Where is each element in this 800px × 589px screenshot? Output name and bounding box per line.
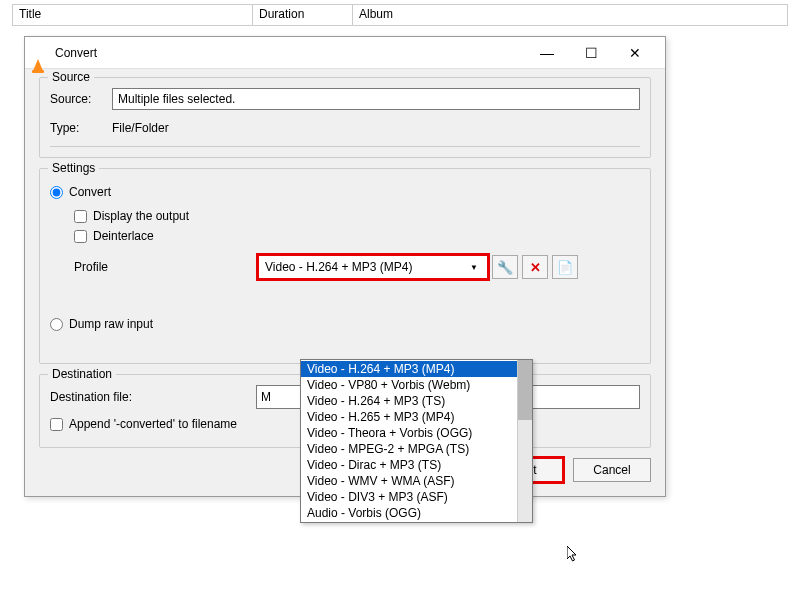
close-button[interactable]: ✕ bbox=[613, 38, 657, 68]
profile-option[interactable]: Video - Theora + Vorbis (OGG) bbox=[301, 425, 517, 441]
new-profile-button[interactable]: 📄 bbox=[552, 255, 578, 279]
display-output-checkbox[interactable] bbox=[74, 210, 87, 223]
cancel-button-label: Cancel bbox=[593, 463, 630, 477]
profile-dropdown-list[interactable]: Video - H.264 + MP3 (MP4)Video - VP80 + … bbox=[300, 359, 533, 523]
col-title[interactable]: Title bbox=[13, 5, 253, 25]
source-label: Source: bbox=[50, 92, 106, 106]
display-output-label: Display the output bbox=[93, 209, 189, 223]
source-group-title: Source bbox=[48, 70, 94, 84]
col-album[interactable]: Album bbox=[353, 5, 787, 25]
profile-option[interactable]: Video - H.264 + MP3 (TS) bbox=[301, 393, 517, 409]
dump-raw-label: Dump raw input bbox=[69, 317, 153, 331]
background-table-header: Title Duration Album bbox=[12, 4, 788, 26]
append-converted-checkbox[interactable] bbox=[50, 418, 63, 431]
cancel-button[interactable]: Cancel bbox=[573, 458, 651, 482]
maximize-button[interactable]: ☐ bbox=[569, 38, 613, 68]
delete-profile-button[interactable]: ✕ bbox=[522, 255, 548, 279]
convert-radio[interactable] bbox=[50, 186, 63, 199]
destination-file-label: Destination file: bbox=[50, 390, 250, 404]
new-icon: 📄 bbox=[557, 260, 573, 275]
source-input[interactable] bbox=[112, 88, 640, 110]
chevron-down-icon: ▼ bbox=[467, 263, 481, 272]
dump-raw-row[interactable]: Dump raw input bbox=[50, 317, 640, 331]
display-output-row[interactable]: Display the output bbox=[74, 209, 640, 223]
scrollbar-thumb[interactable] bbox=[518, 360, 532, 420]
settings-group-title: Settings bbox=[48, 161, 99, 175]
cursor-icon bbox=[567, 546, 579, 564]
titlebar[interactable]: Convert — ☐ ✕ bbox=[25, 37, 665, 69]
profile-combobox[interactable]: Video - H.264 + MP3 (MP4) ▼ bbox=[258, 255, 488, 279]
deinterlace-label: Deinterlace bbox=[93, 229, 154, 243]
wrench-icon: 🔧 bbox=[497, 260, 513, 275]
dump-raw-radio[interactable] bbox=[50, 318, 63, 331]
append-converted-label: Append '-converted' to filename bbox=[69, 417, 237, 431]
profile-option[interactable]: Video - Dirac + MP3 (TS) bbox=[301, 457, 517, 473]
minimize-button[interactable]: — bbox=[525, 38, 569, 68]
dialog-title: Convert bbox=[55, 46, 525, 60]
profile-label: Profile bbox=[74, 260, 254, 274]
profile-option[interactable]: Video - MPEG-2 + MPGA (TS) bbox=[301, 441, 517, 457]
profile-option[interactable]: Video - WMV + WMA (ASF) bbox=[301, 473, 517, 489]
profile-option[interactable]: Video - VP80 + Vorbis (Webm) bbox=[301, 377, 517, 393]
delete-icon: ✕ bbox=[530, 260, 541, 275]
convert-radio-label: Convert bbox=[69, 185, 111, 199]
profile-option[interactable]: Video - DIV3 + MP3 (ASF) bbox=[301, 489, 517, 505]
edit-profile-button[interactable]: 🔧 bbox=[492, 255, 518, 279]
type-label: Type: bbox=[50, 121, 106, 135]
profile-option[interactable]: Video - H.265 + MP3 (MP4) bbox=[301, 409, 517, 425]
convert-dialog: Convert — ☐ ✕ Source Source: Type: File/… bbox=[24, 36, 666, 497]
type-value: File/Folder bbox=[112, 118, 169, 138]
profile-option[interactable]: Video - H.264 + MP3 (MP4) bbox=[301, 361, 517, 377]
destination-group-title: Destination bbox=[48, 367, 116, 381]
profile-option[interactable]: Audio - Vorbis (OGG) bbox=[301, 505, 517, 521]
source-group: Source Source: Type: File/Folder bbox=[39, 77, 651, 158]
deinterlace-row[interactable]: Deinterlace bbox=[74, 229, 640, 243]
vlc-icon bbox=[33, 45, 49, 61]
settings-group: Settings Convert Display the output Dein… bbox=[39, 168, 651, 364]
deinterlace-checkbox[interactable] bbox=[74, 230, 87, 243]
profile-selected-text: Video - H.264 + MP3 (MP4) bbox=[265, 260, 467, 274]
convert-radio-row[interactable]: Convert bbox=[50, 185, 640, 199]
col-duration[interactable]: Duration bbox=[253, 5, 353, 25]
dropdown-scrollbar[interactable] bbox=[517, 360, 532, 522]
